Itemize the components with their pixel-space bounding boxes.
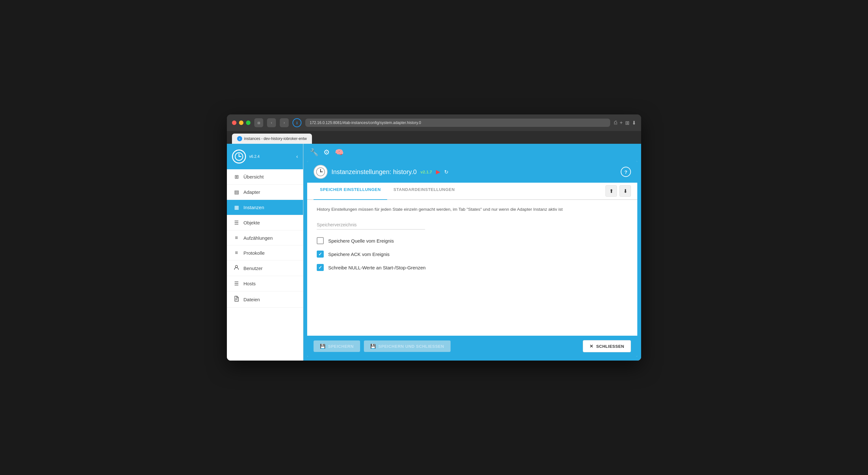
quelle-label: Speichere Quelle vom Ereignis: [328, 238, 394, 243]
speicherverzeichnis-field: [317, 220, 628, 230]
sidebar-item-label: Objekte: [243, 220, 260, 226]
checkbox-ack: Speichere ACK vom Ereignis: [317, 250, 628, 258]
save-close-button[interactable]: 💾 SPEICHERN UND SCHLIESSEN: [364, 340, 451, 352]
save-button[interactable]: 💾 SPEICHERN: [314, 340, 360, 352]
add-tab-icon[interactable]: +: [620, 120, 623, 126]
close-icon: ✕: [589, 344, 594, 349]
null-checkbox[interactable]: [317, 264, 324, 271]
sidebar-toggle[interactable]: ⊟: [254, 118, 263, 127]
save-close-icon: 💾: [370, 344, 376, 349]
download-icon[interactable]: ⬇: [632, 120, 636, 126]
version-label: v6.2.4: [249, 154, 260, 159]
instanzen-icon: ▦: [233, 204, 240, 210]
checkbox-quelle: Speichere Quelle vom Ereignis: [317, 237, 628, 244]
sidebar-item-label: Protokolle: [243, 250, 265, 256]
close-button[interactable]: ✕ SCHLIESSEN: [583, 340, 631, 352]
tab-navigation: SPEICHER EINSTELLUNGEN STANDARDEINSTELLU…: [307, 183, 637, 200]
download-button[interactable]: ⬇: [619, 185, 631, 197]
collapse-sidebar-button[interactable]: ‹: [296, 154, 298, 159]
sidebar-item-aufzaehlungen[interactable]: ≡ Aufzählungen: [227, 231, 303, 245]
panel-header: Instanzeinstellungen: history.0 v2.1.7 ▶…: [307, 161, 637, 183]
sidebar-item-protokolle[interactable]: ≡ Protokolle: [227, 245, 303, 261]
sidebar-item-label: Benutzer: [243, 266, 262, 271]
clock-icon: [314, 165, 328, 179]
tab-speicher-einstellungen[interactable]: SPEICHER EINSTELLUNGEN: [314, 183, 387, 200]
main-content: 🔧 ⚙ 🧠 Instanzeinstellun: [303, 144, 641, 361]
info-text: History Einstellungen müssen für jeden S…: [317, 206, 628, 213]
speicherverzeichnis-input[interactable]: [317, 220, 425, 230]
logo-area: v6.2.4: [232, 150, 260, 164]
sidebar-item-label: Aufzählungen: [243, 235, 273, 241]
objekte-icon: ☰: [233, 220, 240, 226]
browser-tab-bar: i instances - dev-history-iobroker-entw: [227, 131, 641, 144]
upload-button[interactable]: ⬆: [606, 185, 617, 197]
sidebar-header: v6.2.4 ‹: [227, 144, 303, 169]
back-button[interactable]: ‹: [267, 118, 276, 127]
refresh-button[interactable]: ↻: [444, 169, 448, 175]
save-icon: 💾: [320, 344, 326, 349]
checkbox-null: Schreibe NULL-Werte an Start-/Stop-Grenz…: [317, 264, 628, 271]
play-button[interactable]: ▶: [436, 168, 440, 175]
help-button[interactable]: ?: [621, 167, 631, 177]
browser-window: ⊟ ‹ › i 172.16.0.125:8081/#tab-instances…: [227, 114, 641, 361]
toolbar: 🔧 ⚙ 🧠: [303, 144, 641, 161]
ack-checkbox[interactable]: [317, 250, 324, 258]
app-container: v6.2.4 ‹ ⊞ Übersicht ▤ Adapter ▦ Instanz…: [227, 144, 641, 361]
address-bar[interactable]: 172.16.0.125:8081/#tab-instances/config/…: [305, 119, 610, 127]
panel-title: Instanzeinstellungen: history.0: [331, 168, 417, 176]
sidebar-item-hosts[interactable]: ☰ Hosts: [227, 276, 303, 291]
sidebar-item-benutzer[interactable]: Benutzer: [227, 261, 303, 276]
sidebar-item-label: Instanzen: [243, 205, 264, 210]
null-label: Schreibe NULL-Werte an Start-/Stop-Grenz…: [328, 265, 426, 270]
browser-actions: ⎙ + ⊞ ⬇: [614, 120, 636, 126]
app-logo: [232, 150, 246, 164]
minimize-traffic-light[interactable]: [239, 120, 243, 125]
close-traffic-light[interactable]: [232, 120, 237, 125]
sidebar-item-label: Übersicht: [243, 174, 264, 179]
browser-chrome: ⊟ ‹ › i 172.16.0.125:8081/#tab-instances…: [227, 114, 641, 131]
panel-footer: 💾 SPEICHERN 💾 SPEICHERN UND SCHLIESSEN ✕…: [307, 336, 637, 357]
sidebar-item-label: Dateien: [243, 297, 260, 302]
share-icon[interactable]: ⎙: [614, 120, 617, 126]
hosts-icon: ☰: [233, 280, 240, 287]
sidebar-item-label: Hosts: [243, 281, 255, 286]
settings-panel: Instanzeinstellungen: history.0 v2.1.7 ▶…: [307, 161, 637, 357]
browser-tab[interactable]: i instances - dev-history-iobroker-entw: [232, 133, 312, 144]
overview-icon: ⊞: [233, 174, 240, 180]
tab-favicon: i: [237, 136, 242, 141]
url-text: 172.16.0.125:8081/#tab-instances/config/…: [310, 120, 421, 125]
sidebar-item-objekte[interactable]: ☰ Objekte: [227, 215, 303, 231]
ack-label: Speichere ACK vom Ereignis: [328, 251, 390, 257]
form-content: History Einstellungen müssen für jeden S…: [307, 200, 637, 336]
grid-icon[interactable]: ⊞: [625, 120, 629, 126]
forward-button[interactable]: ›: [280, 118, 289, 127]
dateien-icon: [233, 296, 240, 303]
traffic-lights: [232, 120, 250, 125]
brain-icon[interactable]: 🧠: [335, 148, 343, 156]
sidebar-item-label: Adapter: [243, 189, 260, 195]
wrench-icon[interactable]: 🔧: [310, 148, 318, 156]
tab-standardeinstellungen[interactable]: STANDARDEINSTELLUNGEN: [387, 183, 461, 200]
sidebar-item-overview[interactable]: ⊞ Übersicht: [227, 169, 303, 185]
maximize-traffic-light[interactable]: [246, 120, 250, 125]
tab-title: instances - dev-history-iobroker-entw: [244, 137, 307, 141]
aufzaehlungen-icon: ≡: [233, 235, 240, 241]
info-button[interactable]: i: [292, 118, 302, 127]
benutzer-icon: [233, 265, 240, 271]
sidebar-item-adapter[interactable]: ▤ Adapter: [227, 185, 303, 200]
quelle-checkbox[interactable]: [317, 237, 324, 244]
settings-icon[interactable]: ⚙: [323, 148, 330, 156]
tab-actions: ⬆ ⬇: [606, 183, 631, 199]
sidebar-item-dateien[interactable]: Dateien: [227, 291, 303, 308]
svg-point-3: [236, 266, 238, 268]
protokolle-icon: ≡: [233, 250, 240, 256]
adapter-icon: ▤: [233, 189, 240, 195]
sidebar: v6.2.4 ‹ ⊞ Übersicht ▤ Adapter ▦ Instanz…: [227, 144, 303, 361]
version-badge: v2.1.7: [421, 170, 432, 174]
sidebar-item-instanzen[interactable]: ▦ Instanzen: [227, 200, 303, 215]
